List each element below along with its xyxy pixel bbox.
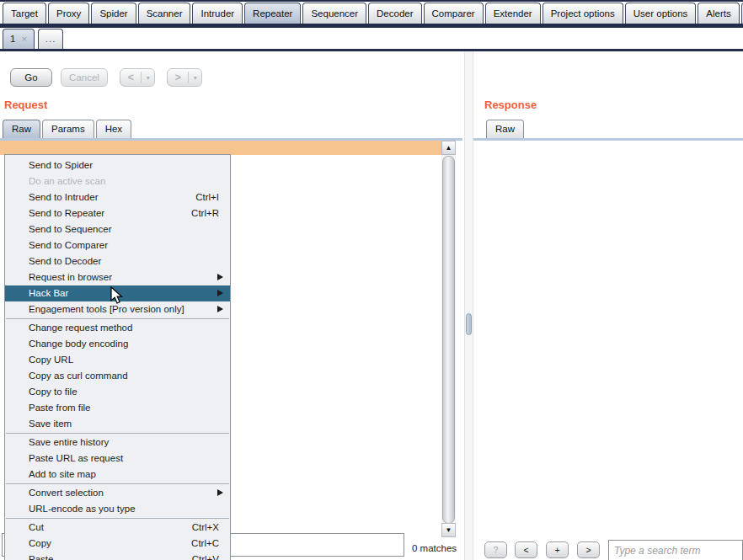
menu-item-send-to-repeater[interactable]: Send to RepeaterCtrl+R bbox=[5, 205, 230, 221]
menu-item-label: Copy as curl command bbox=[29, 371, 128, 381]
response-search-add-button[interactable]: + bbox=[546, 541, 569, 558]
menu-item-label: Send to Spider bbox=[29, 160, 93, 170]
submenu-arrow-icon bbox=[217, 290, 223, 296]
repeater-tab-bar: 1× ... bbox=[3, 29, 63, 49]
menu-item-label: Send to Sequencer bbox=[29, 224, 111, 234]
menu-item-url-encode-as-you-type[interactable]: URL-encode as you type bbox=[5, 501, 230, 517]
menu-item-shortcut: Ctrl+X bbox=[192, 520, 219, 536]
menu-item-send-to-decoder[interactable]: Send to Decoder bbox=[5, 253, 230, 269]
menu-item-copy[interactable]: CopyCtrl+C bbox=[5, 536, 230, 552]
menu-item-change-body-encoding[interactable]: Change body encoding bbox=[5, 336, 230, 352]
request-scrollbar[interactable]: ▲ ▼ bbox=[441, 141, 456, 537]
menu-separator bbox=[6, 483, 229, 484]
menu-item-add-to-site-map[interactable]: Add to site map bbox=[5, 467, 230, 483]
response-search-prev-button[interactable]: < bbox=[515, 541, 537, 558]
response-search-next-button[interactable]: > bbox=[577, 541, 600, 558]
menu-item-convert-selection[interactable]: Convert selection bbox=[5, 485, 230, 501]
close-tab-icon[interactable]: × bbox=[21, 34, 26, 44]
menu-item-copy-url[interactable]: Copy URL bbox=[5, 352, 230, 368]
main-tab-proxy[interactable]: Proxy bbox=[48, 3, 89, 24]
menu-item-copy-as-curl-command[interactable]: Copy as curl command bbox=[5, 368, 230, 384]
menu-item-copy-to-file[interactable]: Copy to file bbox=[5, 384, 230, 400]
menu-item-request-in-browser[interactable]: Request in browser bbox=[5, 269, 230, 285]
main-tab-extender[interactable]: Extender bbox=[485, 3, 541, 24]
menu-item-shortcut: Ctrl+I bbox=[195, 189, 219, 205]
menu-item-save-item[interactable]: Save item bbox=[5, 416, 230, 432]
menu-item-label: URL-encode as you type bbox=[29, 504, 136, 514]
request-tab-raw[interactable]: Raw bbox=[3, 120, 40, 138]
menu-item-label: Cut bbox=[29, 522, 44, 532]
menu-item-label: Request in browser bbox=[29, 272, 112, 282]
main-tab-comparer[interactable]: Comparer bbox=[424, 3, 484, 24]
scrollbar-thumb[interactable] bbox=[442, 156, 455, 524]
mouse-cursor-icon bbox=[110, 286, 124, 305]
menu-item-label: Change body encoding bbox=[29, 339, 128, 349]
menu-item-label: Paste URL as request bbox=[29, 453, 123, 463]
repeater-tab-1[interactable]: 1× bbox=[3, 29, 35, 49]
menu-item-cut[interactable]: CutCtrl+X bbox=[5, 520, 230, 536]
main-tab-intruder[interactable]: Intruder bbox=[192, 3, 243, 24]
main-tab-project-options[interactable]: Project options bbox=[543, 3, 623, 24]
menu-item-shortcut: Ctrl+R bbox=[191, 205, 219, 221]
menu-item-label: Save item bbox=[29, 419, 72, 429]
go-button[interactable]: Go bbox=[10, 68, 52, 87]
burp-suite-window: TargetProxySpiderScannerIntruderRepeater… bbox=[0, 0, 743, 560]
panel-splitter[interactable] bbox=[464, 51, 473, 560]
response-search-input[interactable] bbox=[608, 540, 743, 560]
menu-item-save-entire-history[interactable]: Save entire history bbox=[5, 435, 230, 451]
menu-item-paste[interactable]: PasteCtrl+V bbox=[5, 552, 230, 560]
menu-item-label: Send to Comparer bbox=[29, 240, 108, 250]
main-tab-alerts[interactable]: Alerts bbox=[698, 3, 739, 24]
menu-item-label: Copy to file bbox=[29, 387, 78, 397]
menu-item-send-to-comparer[interactable]: Send to Comparer bbox=[5, 237, 230, 253]
scroll-up-icon[interactable]: ▲ bbox=[441, 141, 456, 155]
context-menu: Send to SpiderDo an active scanSend to I… bbox=[4, 154, 231, 560]
main-tab-bar: TargetProxySpiderScannerIntruderRepeater… bbox=[3, 3, 743, 24]
menu-item-label: Do an active scan bbox=[29, 176, 105, 186]
main-tab-spider[interactable]: Spider bbox=[91, 3, 136, 24]
menu-item-change-request-method[interactable]: Change request method bbox=[5, 320, 230, 336]
scroll-down-icon[interactable]: ▼ bbox=[441, 523, 456, 537]
request-tab-params[interactable]: Params bbox=[42, 120, 94, 138]
menu-item-send-to-intruder[interactable]: Send to IntruderCtrl+I bbox=[5, 189, 230, 205]
menu-item-shortcut: Ctrl+C bbox=[191, 536, 219, 552]
menu-item-label: Convert selection bbox=[29, 488, 104, 498]
prev-icon: < bbox=[120, 72, 141, 83]
main-tab-sequencer[interactable]: Sequencer bbox=[302, 3, 366, 24]
menu-item-shortcut: Ctrl+V bbox=[192, 552, 219, 560]
splitter-handle[interactable] bbox=[466, 313, 472, 335]
submenu-arrow-icon bbox=[217, 489, 223, 496]
main-tab-decoder[interactable]: Decoder bbox=[368, 3, 421, 24]
top-border bbox=[0, 0, 743, 2]
next-request-button: > ▼ bbox=[167, 68, 202, 87]
tab-bar-divider bbox=[0, 24, 743, 28]
menu-item-label: Copy bbox=[29, 538, 51, 548]
menu-item-paste-from-file[interactable]: Paste from file bbox=[5, 400, 230, 416]
menu-item-label: Paste bbox=[29, 554, 53, 560]
main-tab-target[interactable]: Target bbox=[3, 3, 46, 24]
menu-item-label: Paste from file bbox=[29, 403, 91, 413]
main-tab-repeater[interactable]: Repeater bbox=[244, 3, 301, 24]
menu-item-send-to-sequencer[interactable]: Send to Sequencer bbox=[5, 221, 230, 237]
menu-separator bbox=[6, 318, 229, 319]
request-editor-tabs: RawParamsHex bbox=[3, 120, 131, 138]
menu-item-label: Send to Decoder bbox=[29, 256, 101, 266]
main-tab-scanner[interactable]: Scanner bbox=[138, 3, 191, 24]
menu-item-paste-url-as-request[interactable]: Paste URL as request bbox=[5, 451, 230, 467]
main-tab-user-options[interactable]: User options bbox=[625, 3, 697, 24]
response-tab-raw[interactable]: Raw bbox=[486, 120, 524, 138]
response-editor-tabs: Raw bbox=[486, 120, 524, 138]
menu-item-do-an-active-scan: Do an active scan bbox=[5, 173, 230, 189]
menu-item-label: Copy URL bbox=[29, 355, 73, 365]
cancel-button: Cancel bbox=[61, 68, 108, 87]
request-title: Request bbox=[4, 99, 47, 111]
response-tab-underline bbox=[473, 138, 743, 141]
menu-item-send-to-spider[interactable]: Send to Spider bbox=[5, 157, 230, 173]
repeater-tab-more[interactable]: ... bbox=[38, 29, 64, 49]
menu-item-label: Send to Repeater bbox=[29, 208, 104, 218]
selected-request-line[interactable] bbox=[0, 141, 441, 155]
menu-separator bbox=[6, 518, 229, 519]
next-icon: > bbox=[168, 72, 188, 83]
request-tab-hex[interactable]: Hex bbox=[96, 120, 131, 138]
sub-tab-divider bbox=[0, 49, 743, 51]
